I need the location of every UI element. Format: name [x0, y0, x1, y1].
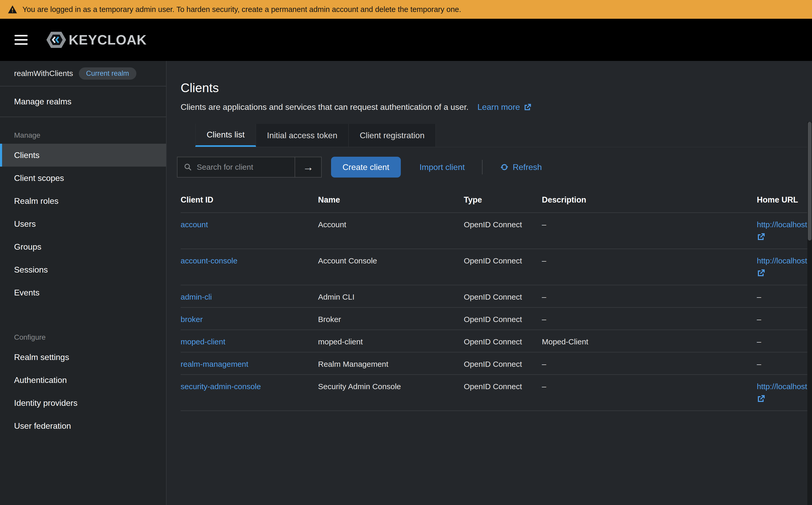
client-id-link[interactable]: security-admin-console [181, 382, 261, 391]
client-id-link[interactable]: account-console [181, 257, 237, 265]
client-description: – [542, 213, 757, 249]
sidebar-item-identity-providers[interactable]: Identity providers [0, 391, 166, 414]
tabs: Clients listInitial access tokenClient r… [195, 124, 812, 147]
client-id-link[interactable]: account [181, 220, 208, 229]
vertical-scrollbar[interactable] [807, 122, 812, 505]
client-type: OpenID Connect [464, 330, 542, 352]
menu-toggle-icon[interactable] [15, 35, 28, 45]
home-url-cell: http://localhost:8 [757, 249, 812, 285]
arrow-right-icon: → [303, 161, 314, 173]
external-link-icon[interactable] [757, 395, 765, 403]
column-header-client-id: Client ID [181, 189, 318, 213]
sidebar-item-events[interactable]: Events [0, 281, 166, 304]
import-client-link[interactable]: Import client [420, 162, 465, 172]
client-name: moped-client [318, 330, 464, 352]
external-link-icon[interactable] [757, 233, 765, 241]
table-row: admin-cliAdmin CLIOpenID Connect–– [181, 285, 812, 307]
client-description: Moped-Client [542, 330, 757, 352]
home-url-link[interactable]: http://localhost:8 [757, 256, 812, 266]
table-header-row: Client IDNameTypeDescriptionHome URL [181, 189, 812, 213]
main-content: Clients Clients are applications and ser… [167, 61, 812, 505]
client-id-link[interactable]: broker [181, 315, 203, 324]
home-url-cell: – [757, 307, 812, 330]
sidebar-item-user-federation[interactable]: User federation [0, 414, 166, 437]
table-row: security-admin-consoleSecurity Admin Con… [181, 375, 812, 411]
warning-banner: You are logged in as a temporary admin u… [0, 0, 812, 19]
client-description: – [542, 307, 757, 330]
keycloak-logo-icon [46, 30, 67, 49]
client-id-link[interactable]: realm-management [181, 360, 248, 368]
client-type: OpenID Connect [464, 307, 542, 330]
current-realm-badge: Current realm [79, 67, 136, 79]
search-group: → [177, 157, 322, 178]
sidebar-item-manage-realms[interactable]: Manage realms [0, 87, 166, 117]
table-row: brokerBrokerOpenID Connect–– [181, 307, 812, 330]
client-name: Realm Management [318, 352, 464, 375]
search-input[interactable] [197, 163, 288, 172]
keycloak-logo[interactable]: KEYCLOAK [46, 30, 147, 49]
sidebar: realmWithClients Current realm Manage re… [0, 61, 167, 505]
external-link-icon[interactable] [757, 269, 765, 277]
sidebar-item-realm-roles[interactable]: Realm roles [0, 189, 166, 212]
brand-text: KEYCLOAK [69, 32, 147, 48]
column-header-home-url: Home URL [757, 189, 812, 213]
sidebar-item-clients[interactable]: Clients [0, 144, 166, 167]
realm-selector[interactable]: realmWithClients Current realm [0, 61, 166, 87]
home-url-cell: http://localhost:8 [757, 375, 812, 411]
client-type: OpenID Connect [464, 249, 542, 285]
table-body: accountAccountOpenID Connect–http://loca… [181, 213, 812, 411]
column-header-name: Name [318, 189, 464, 213]
home-url-cell: – [757, 330, 812, 352]
sidebar-nav: ManageClientsClient scopesRealm rolesUse… [0, 131, 166, 437]
client-name: Account [318, 213, 464, 249]
learn-more-link[interactable]: Learn more [477, 102, 532, 112]
scrollbar-thumb[interactable] [808, 122, 811, 240]
home-url-cell: – [757, 285, 812, 307]
tab-clients-list[interactable]: Clients list [195, 124, 256, 147]
external-link-icon [524, 103, 532, 111]
home-url-link[interactable]: http://localhost:8 [757, 220, 812, 229]
realm-name: realmWithClients [14, 69, 73, 78]
nav-group-label-manage: Manage [14, 131, 166, 140]
table-row: moped-clientmoped-clientOpenID ConnectMo… [181, 330, 812, 352]
sidebar-item-authentication[interactable]: Authentication [0, 369, 166, 391]
client-name: Security Admin Console [318, 375, 464, 411]
client-name: Admin CLI [318, 285, 464, 307]
client-type: OpenID Connect [464, 375, 542, 411]
table-row: accountAccountOpenID Connect–http://loca… [181, 213, 812, 249]
search-submit-button[interactable]: → [294, 157, 321, 177]
client-id-link[interactable]: admin-cli [181, 293, 212, 301]
toolbar-divider [482, 160, 482, 174]
tab-initial-access-token[interactable]: Initial access token [256, 124, 349, 147]
search-icon [184, 163, 192, 171]
refresh-button[interactable]: Refresh [500, 162, 542, 172]
warning-banner-text: You are logged in as a temporary admin u… [22, 5, 461, 14]
home-url-link[interactable]: http://localhost:8 [757, 382, 812, 391]
client-id-link[interactable]: moped-client [181, 337, 225, 346]
sidebar-item-users[interactable]: Users [0, 212, 166, 235]
table-row: realm-managementRealm ManagementOpenID C… [181, 352, 812, 375]
client-type: OpenID Connect [464, 213, 542, 249]
sidebar-item-client-scopes[interactable]: Client scopes [0, 167, 166, 189]
page-subtitle: Clients are applications and services th… [181, 102, 468, 112]
client-description: – [542, 375, 757, 411]
sidebar-item-groups[interactable]: Groups [0, 235, 166, 258]
tab-client-registration[interactable]: Client registration [349, 124, 436, 147]
home-url-cell: http://localhost:8 [757, 213, 812, 249]
masthead: KEYCLOAK [0, 19, 812, 61]
sidebar-item-realm-settings[interactable]: Realm settings [0, 346, 166, 369]
warning-icon [8, 5, 17, 14]
page-title: Clients [181, 81, 812, 95]
client-description: – [542, 249, 757, 285]
nav-group-label-configure: Configure [14, 333, 166, 342]
create-client-button[interactable]: Create client [331, 157, 401, 178]
table-row: account-consoleAccount ConsoleOpenID Con… [181, 249, 812, 285]
client-type: OpenID Connect [464, 285, 542, 307]
column-header-description: Description [542, 189, 757, 213]
refresh-icon [500, 163, 509, 171]
client-name: Broker [318, 307, 464, 330]
toolbar: → Create client Import client Refresh [177, 157, 812, 178]
client-description: – [542, 285, 757, 307]
sidebar-item-sessions[interactable]: Sessions [0, 258, 166, 281]
client-type: OpenID Connect [464, 352, 542, 375]
